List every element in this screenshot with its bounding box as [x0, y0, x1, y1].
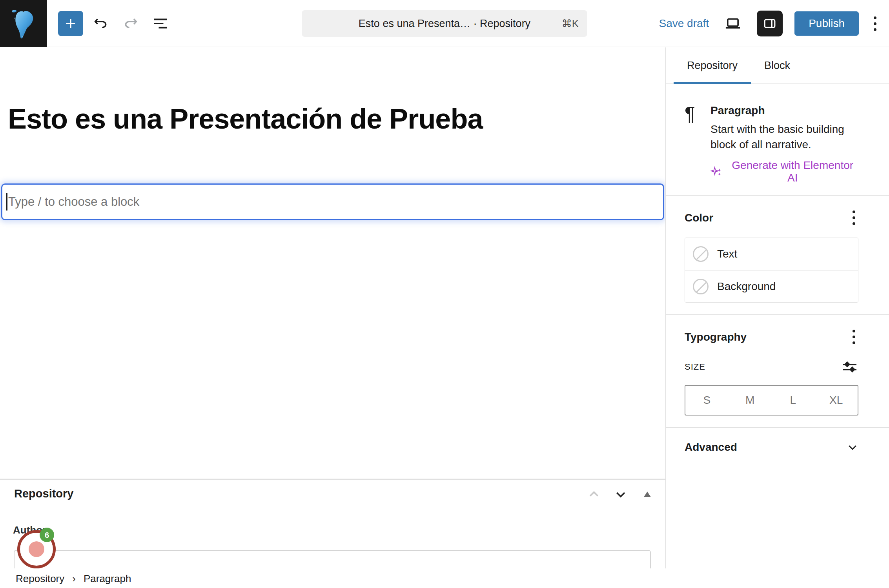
block-placeholder: Type / to choose a block: [8, 195, 139, 209]
add-block-button[interactable]: [58, 11, 83, 36]
collapse-panel-button[interactable]: [639, 486, 656, 503]
background-color-label: Background: [717, 280, 776, 293]
color-panel: Color Text Background: [666, 196, 889, 315]
site-logo[interactable]: [0, 0, 47, 47]
size-label: SIZE: [685, 362, 705, 372]
meta-panel-controls: [585, 486, 656, 503]
meta-panel-title: Repository: [14, 487, 73, 500]
chevron-down-icon: [847, 441, 858, 453]
move-down-button[interactable]: [612, 486, 629, 503]
move-up-button[interactable]: [585, 486, 603, 503]
sliders-icon: [842, 361, 857, 373]
block-card: ¶ Paragraph Start with the basic buildin…: [666, 84, 889, 196]
editor-window: Esto es una Presenta… · Repository ⌘K Sa…: [0, 0, 889, 588]
text-color-row[interactable]: Text: [685, 238, 858, 270]
redo-icon: [123, 16, 138, 31]
chevron-down-icon: [614, 488, 627, 501]
text-color-label: Text: [717, 248, 737, 260]
background-color-swatch-none-icon: [693, 279, 709, 294]
author-input[interactable]: [14, 550, 651, 568]
block-card-body: Paragraph Start with the basic building …: [710, 104, 858, 184]
text-caret: [6, 193, 7, 211]
typography-options-button[interactable]: [849, 327, 858, 347]
ai-sparkle-icon: [710, 166, 722, 178]
laptop-icon: [724, 15, 742, 33]
tab-block[interactable]: Block: [751, 47, 803, 84]
settings-sidebar-toggle[interactable]: [757, 11, 783, 36]
close-sidebar-button[interactable]: [838, 47, 865, 84]
color-options-button[interactable]: [849, 207, 858, 228]
undo-icon: [93, 16, 109, 31]
breadcrumb-bar: Repository › Paragraph: [0, 569, 889, 588]
breadcrumb-separator-icon: ›: [72, 573, 76, 585]
color-settings-box: Text Background: [685, 238, 858, 303]
document-title-text: Esto es una Presenta… · Repository: [359, 18, 530, 30]
post-title[interactable]: Esto es una Presentación de Prueba: [8, 102, 655, 135]
plus-icon: [64, 17, 77, 30]
preview-button[interactable]: [721, 11, 745, 36]
south-america-logo-icon: [7, 7, 40, 40]
top-toolbar: Esto es una Presenta… · Repository ⌘K Sa…: [0, 0, 889, 47]
undo-button[interactable]: [89, 11, 113, 36]
shortcut-hint: ⌘K: [562, 18, 579, 30]
header-actions: Save draft Publish: [659, 0, 880, 47]
editor-canvas: Esto es una Presentación de Prueba Type …: [0, 47, 665, 568]
typography-panel: Typography SIZE S M L XL: [666, 315, 889, 428]
generate-with-ai-label: Generate with Elementor AI: [727, 159, 858, 184]
size-s-button[interactable]: S: [685, 386, 729, 415]
advanced-panel-toggle[interactable]: Advanced: [666, 428, 889, 467]
text-color-swatch-none-icon: [693, 246, 709, 262]
sidebar-panel-icon: [762, 16, 778, 31]
advanced-panel-title: Advanced: [685, 441, 737, 454]
color-panel-title: Color: [685, 212, 713, 224]
save-draft-button[interactable]: Save draft: [659, 17, 709, 30]
background-color-row[interactable]: Background: [685, 270, 858, 302]
settings-sidebar: Repository Block ¶ Paragraph Start with …: [665, 47, 889, 568]
publish-button[interactable]: Publish: [794, 11, 859, 36]
triangle-up-icon: [643, 491, 652, 498]
size-settings-button[interactable]: [841, 358, 858, 376]
record-dot-icon: [29, 541, 44, 557]
breadcrumb-current[interactable]: Paragraph: [84, 573, 131, 585]
typography-panel-header: Typography: [685, 327, 858, 347]
font-size-segmented-control: S M L XL: [685, 385, 858, 416]
typography-panel-title: Typography: [685, 331, 747, 343]
generate-with-ai-link[interactable]: Generate with Elementor AI: [710, 159, 858, 184]
redo-button[interactable]: [118, 11, 143, 36]
breadcrumb-root[interactable]: Repository: [16, 573, 64, 585]
size-l-button[interactable]: L: [772, 386, 815, 415]
size-m-button[interactable]: M: [729, 386, 772, 415]
block-name: Paragraph: [710, 104, 858, 117]
editor-tools: [58, 11, 173, 36]
color-panel-header: Color: [685, 207, 858, 228]
meta-panel-divider: [0, 479, 665, 480]
sidebar-tabs: Repository Block: [666, 47, 889, 84]
font-size-row: SIZE: [685, 358, 858, 376]
command-palette[interactable]: Esto es una Presenta… · Repository ⌘K: [302, 10, 587, 37]
tab-repository[interactable]: Repository: [674, 47, 751, 84]
document-overview-button[interactable]: [148, 11, 173, 36]
recorder-count-badge: 6: [40, 528, 54, 542]
options-menu-button[interactable]: [871, 13, 880, 34]
list-view-icon: [152, 15, 169, 32]
paragraph-block-icon: ¶: [685, 104, 703, 184]
chevron-up-icon: [587, 488, 601, 501]
size-xl-button[interactable]: XL: [814, 386, 858, 415]
empty-paragraph-block[interactable]: Type / to choose a block: [1, 183, 664, 220]
block-description: Start with the basic building block of a…: [710, 122, 858, 152]
